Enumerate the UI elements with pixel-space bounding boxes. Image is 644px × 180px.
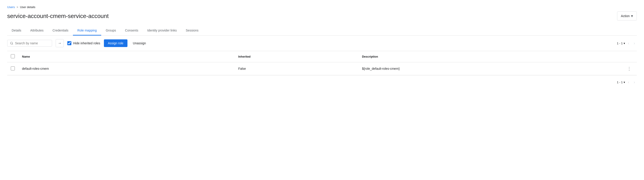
select-all-checkbox[interactable] <box>11 54 15 58</box>
roles-table: Name Inherited Description default-roles… <box>7 51 637 75</box>
toolbar-pagination-prev-button[interactable]: ‹ <box>626 40 631 47</box>
arrow-right-icon: → <box>58 41 62 45</box>
header-row: service-account-cmem-service-account Act… <box>7 12 637 21</box>
tab-identity-provider-links[interactable]: Identity provider links <box>143 26 181 36</box>
tab-consents[interactable]: Consents <box>120 26 143 36</box>
row-inherited: False <box>235 62 358 75</box>
toolbar: → Hide inherited roles Assign role Unass… <box>7 36 637 51</box>
breadcrumb-users-link[interactable]: Users <box>7 6 15 9</box>
table-header-description: Description <box>358 51 606 62</box>
table-header-checkbox-cell <box>7 51 18 62</box>
tab-attributes[interactable]: Attributes <box>26 26 48 36</box>
hide-inherited-label[interactable]: Hide inherited roles <box>67 41 100 45</box>
tab-groups[interactable]: Groups <box>101 26 120 36</box>
toolbar-pagination: 1 - 1 ▾ ‹ › <box>617 40 637 47</box>
toolbar-pagination-label[interactable]: 1 - 1 ▾ <box>617 42 625 45</box>
action-button-chevron-icon: ▾ <box>631 14 633 19</box>
table-container: Name Inherited Description default-roles… <box>7 51 637 75</box>
action-button-label: Action <box>621 14 630 18</box>
tabs-container: Details Attributes Credentials Role mapp… <box>7 26 637 36</box>
bottom-pagination-chevron-icon: ▾ <box>624 80 625 84</box>
row-actions-cell: ⋮ <box>606 62 637 75</box>
hide-inherited-checkbox[interactable] <box>67 41 71 45</box>
bottom-pagination-text: 1 - 1 <box>617 80 623 84</box>
breadcrumb: Users > User details <box>7 6 637 9</box>
row-select-checkbox[interactable] <box>11 66 15 70</box>
search-icon <box>10 41 13 45</box>
breadcrumb-current: User details <box>20 6 36 9</box>
toolbar-pagination-text: 1 - 1 <box>617 42 623 45</box>
hide-inherited-text: Hide inherited roles <box>73 41 100 45</box>
toolbar-pagination-next-button[interactable]: › <box>632 40 637 47</box>
unassign-button[interactable]: Unassign <box>131 39 148 47</box>
row-checkbox-cell <box>7 62 18 75</box>
page-title: service-account-cmem-service-account <box>7 13 108 20</box>
row-kebab-button[interactable]: ⋮ <box>625 65 633 72</box>
tab-credentials[interactable]: Credentials <box>48 26 73 36</box>
row-name: default-roles-cmem <box>18 62 235 75</box>
bottom-pagination-next-button[interactable]: › <box>632 79 637 85</box>
action-button[interactable]: Action ▾ <box>617 12 637 21</box>
breadcrumb-separator: > <box>16 6 18 9</box>
table-row: default-roles-cmem False ${role_default-… <box>7 62 637 75</box>
search-input[interactable] <box>15 41 49 45</box>
tab-role-mapping[interactable]: Role mapping <box>73 26 101 36</box>
table-header-inherited: Inherited <box>235 51 358 62</box>
tab-details[interactable]: Details <box>7 26 26 36</box>
table-header-actions <box>606 51 637 62</box>
tab-sessions[interactable]: Sessions <box>181 26 203 36</box>
search-arrow-button[interactable]: → <box>56 39 64 47</box>
toolbar-pagination-chevron-icon: ▾ <box>624 42 625 45</box>
svg-line-1 <box>12 44 13 45</box>
bottom-pagination-label[interactable]: 1 - 1 ▾ <box>617 80 625 84</box>
table-header-name: Name <box>18 51 235 62</box>
bottom-pagination: 1 - 1 ▾ ‹ › <box>7 75 637 89</box>
search-container <box>7 40 52 47</box>
bottom-pagination-prev-button[interactable]: ‹ <box>626 79 631 85</box>
assign-role-button[interactable]: Assign role <box>104 39 128 47</box>
row-description: ${role_default-roles-cmem} <box>358 62 606 75</box>
